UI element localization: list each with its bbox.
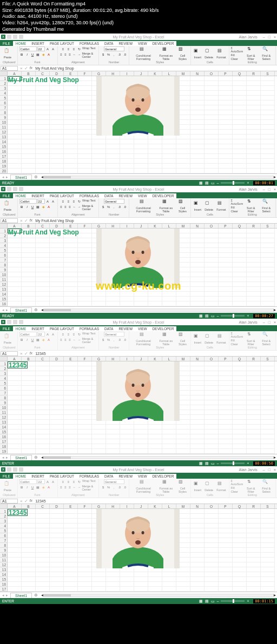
cell[interactable]	[148, 144, 162, 149]
cell[interactable]	[162, 572, 176, 577]
row-header[interactable]: 6	[0, 533, 8, 538]
tab-file[interactable]: FILE	[0, 474, 13, 479]
cell[interactable]	[64, 444, 78, 449]
border-button[interactable]: ▦	[36, 337, 41, 342]
inc-decimal-icon[interactable]: .0	[117, 485, 122, 489]
cell[interactable]	[162, 449, 176, 454]
cell[interactable]	[261, 287, 275, 292]
cell[interactable]	[106, 297, 120, 301]
cell[interactable]	[78, 164, 92, 169]
cell[interactable]	[190, 159, 205, 164]
cell[interactable]	[64, 405, 78, 410]
cell[interactable]	[190, 519, 205, 524]
undo-icon[interactable]	[13, 35, 17, 39]
cell[interactable]	[78, 572, 92, 577]
cell[interactable]	[205, 120, 219, 125]
cell[interactable]	[64, 125, 78, 130]
cell[interactable]	[22, 395, 36, 400]
cell[interactable]	[8, 120, 22, 125]
cell[interactable]	[22, 430, 36, 434]
cell[interactable]	[233, 371, 247, 376]
cell[interactable]	[36, 96, 50, 100]
cell[interactable]	[205, 86, 219, 91]
cell[interactable]	[8, 420, 22, 425]
cell[interactable]	[22, 154, 36, 159]
comma-icon[interactable]: ,	[111, 485, 116, 489]
grow-font-icon[interactable]: A	[45, 199, 50, 204]
cell[interactable]	[162, 425, 176, 430]
tab-insert[interactable]: INSERT	[29, 326, 47, 331]
column-header[interactable]: B	[22, 224, 36, 228]
cell[interactable]	[190, 110, 205, 115]
align-mid-icon[interactable]: ≡	[66, 199, 71, 204]
cell[interactable]	[205, 587, 219, 592]
bold-button[interactable]: B	[19, 204, 24, 209]
view-break-icon[interactable]: ▭	[211, 314, 215, 318]
cell[interactable]	[205, 361, 219, 366]
column-header[interactable]: D	[50, 224, 64, 228]
cell[interactable]	[219, 376, 233, 381]
cell[interactable]	[190, 558, 205, 562]
align-top-icon[interactable]: ≡	[61, 479, 65, 484]
cell[interactable]	[247, 139, 261, 144]
cell[interactable]	[261, 91, 275, 96]
orientation-icon[interactable]: ↻	[77, 332, 82, 337]
cell[interactable]	[92, 430, 106, 434]
cell[interactable]	[205, 514, 219, 519]
horizontal-scrollbar[interactable]: ◂▸	[40, 307, 277, 312]
cell[interactable]	[205, 258, 219, 263]
cell[interactable]	[190, 301, 205, 306]
row-header[interactable]: 16	[0, 582, 8, 587]
cell[interactable]	[106, 430, 120, 434]
align-top-icon[interactable]: ≡	[61, 332, 65, 337]
cell[interactable]	[190, 582, 205, 587]
cell[interactable]	[64, 120, 78, 125]
view-layout-icon[interactable]: ▤	[205, 461, 209, 466]
cell[interactable]	[162, 577, 176, 582]
cell[interactable]	[64, 366, 78, 371]
cell[interactable]	[190, 76, 205, 81]
cell[interactable]	[50, 577, 64, 582]
cell[interactable]	[36, 267, 50, 272]
cell[interactable]	[247, 514, 261, 519]
cell[interactable]	[176, 587, 190, 592]
cell[interactable]	[219, 282, 233, 287]
redo-icon[interactable]	[19, 320, 23, 324]
cell[interactable]	[190, 425, 205, 430]
cell[interactable]	[50, 562, 64, 567]
cell[interactable]	[219, 243, 233, 248]
column-header[interactable]: B	[22, 357, 36, 361]
column-header[interactable]: M	[176, 224, 190, 228]
cell[interactable]	[190, 243, 205, 248]
cell[interactable]	[190, 277, 205, 282]
column-header[interactable]: H	[106, 504, 120, 508]
cell[interactable]	[22, 524, 36, 528]
row-header[interactable]: 1	[0, 229, 8, 233]
column-header[interactable]: Q	[233, 357, 247, 361]
fx-icon[interactable]: fx	[30, 66, 32, 71]
cell[interactable]	[233, 538, 247, 543]
cell[interactable]	[261, 371, 275, 376]
column-header[interactable]: G	[92, 357, 106, 361]
cell[interactable]	[233, 110, 247, 115]
paste-button[interactable]: 📋Paste	[3, 333, 12, 345]
cell[interactable]	[134, 164, 148, 169]
row-header[interactable]: 11	[0, 410, 8, 415]
column-header[interactable]: G	[92, 71, 106, 76]
cell[interactable]	[36, 587, 50, 592]
cancel-icon[interactable]: ×	[20, 351, 23, 356]
cell[interactable]	[64, 430, 78, 434]
cell[interactable]	[120, 301, 134, 306]
cell[interactable]	[8, 135, 22, 139]
cell[interactable]	[92, 144, 106, 149]
fill-color-button[interactable]: ◆	[41, 204, 46, 209]
cell[interactable]	[36, 538, 50, 543]
cell[interactable]	[8, 96, 22, 100]
cell[interactable]	[78, 282, 92, 287]
cell[interactable]	[22, 405, 36, 410]
cell[interactable]	[8, 538, 22, 543]
cell[interactable]	[78, 130, 92, 135]
close-icon[interactable]: ×	[274, 187, 276, 191]
cell[interactable]	[50, 135, 64, 139]
row-header[interactable]: 8	[0, 543, 8, 548]
